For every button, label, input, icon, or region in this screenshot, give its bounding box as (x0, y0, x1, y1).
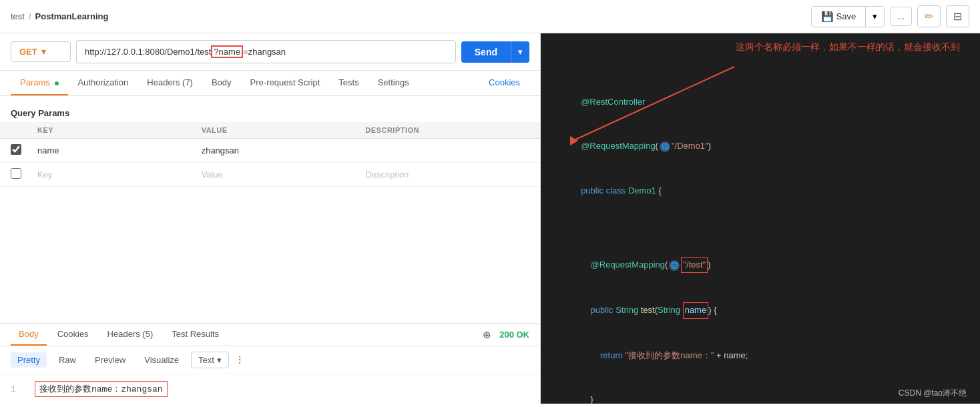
params-dot (55, 81, 59, 85)
layout-icon: ⊟ (953, 11, 962, 22)
response-tab-cookies[interactable]: Cookies (49, 324, 97, 346)
breadcrumb-collection: test (11, 11, 25, 21)
col-value-header: VALUE (202, 126, 366, 134)
tab-authorization[interactable]: Authorization (68, 71, 138, 95)
breadcrumb: test / PostmanLearning (11, 11, 803, 21)
response-tab-headers[interactable]: Headers (5) (99, 324, 162, 346)
code-line-7: return "接收到的参数name：" + name; (557, 334, 964, 378)
format-type-label: Text (198, 355, 214, 365)
globe-icon: ⊕ (483, 329, 491, 341)
format-visualize[interactable]: Visualize (138, 352, 186, 368)
col-key-header: KEY (37, 126, 202, 134)
annotation-text: 这两个名称必须一样，如果不一样的话，就会接收不到 (736, 41, 960, 53)
query-params-label: Query Params (0, 101, 540, 122)
param-row-empty: Key Value Description (0, 163, 540, 187)
top-actions: 💾 Save ▾ ... ✏ ⊟ (811, 5, 969, 27)
layout-icon-button[interactable]: ⊟ (946, 5, 969, 27)
tab-pre-request[interactable]: Pre-request Script (241, 71, 330, 95)
tab-headers[interactable]: Headers (7) (138, 71, 202, 95)
param-value-1: zhangsan (202, 145, 366, 155)
tab-settings[interactable]: Settings (369, 71, 419, 95)
col-desc-header: DESCRIPTION (365, 126, 529, 134)
response-tab-test-results[interactable]: Test Results (164, 324, 227, 346)
param-desc-empty[interactable]: Description (365, 169, 529, 179)
format-raw[interactable]: Raw (52, 352, 83, 368)
code-line-3: public class Demo1 { (557, 169, 964, 213)
status-badge: 200 OK (499, 330, 529, 340)
format-type-select[interactable]: Text ▾ (191, 352, 229, 368)
method-dropdown-icon: ▾ (41, 47, 46, 57)
response-status-area: ⊕ 200 OK (483, 329, 529, 341)
method-select[interactable]: GET ▾ (11, 41, 71, 62)
top-bar: test / PostmanLearning 💾 Save ▾ ... ✏ ⊟ (0, 0, 980, 33)
line-number-1: 1 (11, 384, 24, 394)
response-text: 接收到的参数name：zhangsan (35, 381, 168, 397)
format-preview[interactable]: Preview (88, 352, 132, 368)
response-tabs: Body Cookies Headers (5) Test Results ⊕ … (0, 324, 540, 346)
format-type-dropdown: ▾ (217, 355, 222, 365)
url-param-name-highlight: ?name (211, 45, 243, 58)
format-bar: Pretty Raw Preview Visualize Text ▾ ⫶ (0, 346, 540, 374)
format-pretty[interactable]: Pretty (11, 352, 47, 368)
code-line-6: public String test(String name) { (557, 288, 964, 333)
param-checkbox-empty[interactable] (11, 168, 21, 179)
edit-icon-button[interactable]: ✏ (917, 5, 941, 27)
send-dropdown-button[interactable]: ▾ (511, 41, 529, 63)
response-tab-body[interactable]: Body (11, 324, 47, 346)
code-panel: 这两个名称必须一样，如果不一样的话，就会接收不到 @RestController… (541, 33, 980, 404)
method-label: GET (19, 47, 37, 57)
breadcrumb-request: PostmanLearning (35, 11, 109, 21)
url-param-value: =zhangsan (243, 47, 286, 57)
param-checkbox-1[interactable] (11, 144, 21, 155)
url-base: http://127.0.0.1:8080/Demo1/test (85, 47, 211, 57)
request-tabs: Params Authorization Headers (7) Body Pr… (0, 71, 540, 96)
save-button[interactable]: 💾 Save (812, 7, 867, 27)
params-table-header: KEY VALUE DESCRIPTION (0, 122, 540, 139)
param-key-1: name (37, 145, 202, 155)
code-line-2: @RequestMapping(🌐"/Demo1") (557, 124, 964, 168)
more-button[interactable]: ... (890, 7, 912, 26)
filter-icon[interactable]: ⫶ (237, 353, 243, 367)
response-line-1: 1 接收到的参数name：zhangsan (11, 381, 529, 397)
breadcrumb-sep: / (29, 11, 31, 21)
param-value-empty[interactable]: Value (202, 169, 366, 179)
param-key-empty[interactable]: Key (37, 169, 202, 179)
code-block: @RestController @RequestMapping(🌐"/Demo1… (541, 67, 980, 404)
tab-params[interactable]: Params (11, 71, 68, 95)
code-line-5: @RequestMapping(🌐"/test") (557, 228, 964, 288)
tab-tests[interactable]: Tests (329, 71, 368, 95)
edit-icon: ✏ (925, 11, 933, 22)
watermark: CSDN @tao涛不绝 (899, 388, 967, 399)
code-line-4 (557, 213, 964, 228)
send-button[interactable]: Send (461, 41, 511, 63)
param-row-1: name zhangsan (0, 139, 540, 163)
tab-body[interactable]: Body (202, 71, 241, 95)
tab-cookies[interactable]: Cookies (479, 71, 529, 95)
code-line-1: @RestController (557, 80, 964, 124)
response-section: Body Cookies Headers (5) Test Results ⊕ … (0, 323, 540, 404)
save-dropdown-button[interactable]: ▾ (866, 7, 884, 27)
request-bar: GET ▾ http://127.0.0.1:8080/Demo1/test ?… (0, 33, 540, 71)
response-body: 1 接收到的参数name：zhangsan (0, 374, 540, 404)
